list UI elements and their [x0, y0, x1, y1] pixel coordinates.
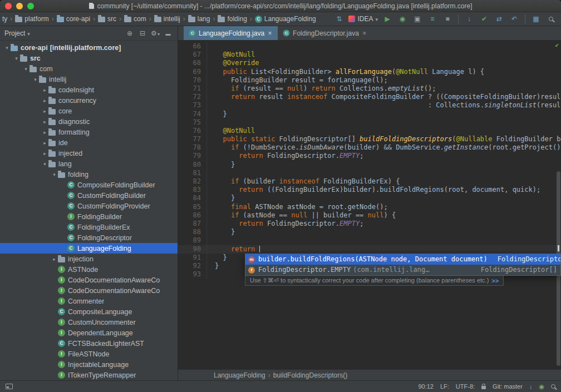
editor-breadcrumb-class[interactable]: LanguageFolding — [213, 371, 267, 379]
magnifier-icon[interactable] — [551, 384, 555, 389]
tree-item-ide[interactable]: ide — [0, 137, 178, 148]
tree-toggle-icon[interactable] — [41, 140, 48, 146]
tree-toggle-icon[interactable] — [13, 56, 20, 61]
close-icon[interactable] — [267, 29, 273, 37]
breadcrumb-LanguageFolding[interactable]: LanguageFolding — [254, 14, 317, 23]
tree-item-CodeDocumentationAwareCo[interactable]: CodeDocumentationAwareCo — [0, 275, 178, 285]
tree-toggle-icon[interactable] — [41, 119, 48, 125]
tree-item-lang[interactable]: lang — [0, 158, 178, 169]
completion-hint-link[interactable]: >> — [491, 277, 499, 284]
package-button[interactable]: ▣ — [412, 13, 423, 24]
tree-toggle-icon[interactable] — [22, 66, 29, 72]
breadcrumb-folding[interactable]: folding — [216, 14, 248, 23]
tree-toggle-icon[interactable] — [41, 151, 48, 156]
settings-gear-button[interactable] — [150, 29, 160, 37]
encoding-widget[interactable]: UTF-8: — [456, 383, 475, 390]
tree-item-FoldingDescriptor[interactable]: FoldingDescriptor — [0, 232, 178, 243]
run-button[interactable]: ▶ — [382, 13, 393, 24]
tree-item-DependentLanguage[interactable]: DependentLanguage — [0, 328, 178, 338]
breadcrumb-src[interactable]: src — [97, 14, 117, 23]
tree-item-intellij[interactable]: intellij — [0, 74, 178, 85]
tree-item-formatting[interactable]: formatting — [0, 127, 178, 137]
toolwindow-switcher-icon[interactable] — [6, 384, 13, 389]
tree-item-injected[interactable]: injected — [0, 148, 178, 158]
tree-toggle-icon[interactable] — [51, 172, 58, 177]
completion-item[interactable]: builder.buildFoldRegions(ASTNode node, D… — [245, 254, 560, 265]
search-button[interactable] — [545, 13, 557, 24]
tree-item-FoldingBuilder[interactable]: FoldingBuilder — [0, 211, 178, 222]
tree-item-LanguageFolding[interactable]: LanguageFolding — [0, 243, 178, 254]
tree-item-core-api[interactable]: core-api [intellij.platform.core] — [0, 42, 178, 53]
scroll-from-source-button[interactable] — [125, 29, 135, 37]
tree-item-diagnostic[interactable]: diagnostic — [0, 116, 178, 127]
vcs-update-button[interactable]: ↓ — [464, 13, 475, 24]
tree-item-InjectableLanguage[interactable]: InjectableLanguage — [0, 359, 178, 370]
project-panel-title[interactable]: Project — [4, 29, 25, 37]
project-tree[interactable]: core-api [intellij.platform.core]srccomi… — [0, 41, 178, 380]
tree-item-FoldingBuilderEx[interactable]: FoldingBuilderEx — [0, 222, 178, 232]
code-editor[interactable]: 6667 @NotNull68 @Override69 public List<… — [178, 41, 561, 369]
interface-icon — [58, 297, 65, 305]
title-bar[interactable]: community [~/ultimate/community] - .../p… — [0, 0, 561, 12]
breadcrumb-ty[interactable]: ty — [1, 14, 8, 23]
tree-item-CodeDocumentationAwareCo[interactable]: CodeDocumentationAwareCo — [0, 285, 178, 296]
breadcrumb-com[interactable]: com — [123, 14, 147, 23]
tree-item-ASTNode[interactable]: ASTNode — [0, 264, 178, 275]
completion-item[interactable]: FoldingDescriptor.EMPTY(com.intellij.lan… — [245, 265, 560, 275]
tree-toggle-icon[interactable] — [41, 108, 48, 114]
tree-item-CompositeFoldingBuilder[interactable]: CompositeFoldingBuilder — [0, 180, 178, 190]
tree-item-Commenter[interactable]: Commenter — [0, 296, 178, 306]
tree-item-CustomUncommenter[interactable]: CustomUncommenter — [0, 317, 178, 328]
rollback-button[interactable]: ↶ — [509, 13, 520, 24]
event-log-icon[interactable] — [539, 383, 544, 390]
sync-button[interactable]: ⇅ — [333, 13, 345, 24]
close-window-button[interactable] — [5, 3, 12, 9]
minimize-window-button[interactable] — [16, 3, 23, 9]
tree-toggle-icon[interactable] — [41, 161, 48, 167]
tree-item-ITokenTypeRemapper[interactable]: ITokenTypeRemapper — [0, 370, 178, 380]
line-separator-widget[interactable]: LF: — [440, 383, 449, 390]
breadcrumb-core-api[interactable]: core-api — [56, 14, 91, 23]
tree-toggle-icon[interactable] — [32, 77, 39, 82]
stop-button[interactable]: ■ — [442, 13, 453, 24]
breadcrumb-platform[interactable]: platform — [14, 14, 50, 23]
vcs-commit-button[interactable]: ✔ — [479, 13, 490, 24]
tree-item-FCTSBackedLighterAST[interactable]: FCTSBackedLighterAST — [0, 338, 178, 349]
tab-FoldingDescriptor.java[interactable]: FoldingDescriptor.java — [278, 26, 372, 40]
run-configuration-select[interactable]: IDEA — [348, 15, 378, 23]
breadcrumb-lang[interactable]: lang — [187, 14, 211, 23]
tree-item-src[interactable]: src — [0, 53, 178, 63]
tree-item-com[interactable]: com — [0, 63, 178, 74]
tree-item-CustomFoldingProvider[interactable]: CustomFoldingProvider — [0, 201, 178, 211]
caret-position-widget[interactable]: 90:12 — [418, 383, 434, 390]
close-icon[interactable] — [362, 29, 367, 37]
zoom-window-button[interactable] — [27, 3, 34, 9]
collapse-all-button[interactable] — [137, 29, 147, 37]
tree-item-FileASTNode[interactable]: FileASTNode — [0, 349, 178, 359]
tree-toggle-icon[interactable] — [3, 45, 11, 51]
tree-item-injection[interactable]: injection — [0, 254, 178, 264]
tab-LanguageFolding.java[interactable]: LanguageFolding.java — [184, 26, 278, 40]
toolwindows-button[interactable]: ▦ — [530, 13, 542, 24]
tree-toggle-icon[interactable] — [41, 130, 48, 135]
tree-toggle-icon[interactable] — [41, 98, 48, 103]
lock-icon[interactable] — [481, 386, 486, 389]
build-button[interactable]: ≡ — [427, 13, 438, 24]
update-icon[interactable] — [529, 383, 533, 390]
tree-item-concurrency[interactable]: concurrency — [0, 95, 178, 106]
tree-item-core[interactable]: core — [0, 106, 178, 116]
tree-item-CompositeLanguage[interactable]: CompositeLanguage — [0, 306, 178, 317]
tree-item-CustomFoldingBuilder[interactable]: CustomFoldingBuilder — [0, 190, 178, 201]
coverage-button[interactable]: ◉ — [397, 13, 408, 24]
tree-item-codeInsight[interactable]: codeInsight — [0, 85, 178, 95]
hide-panel-button[interactable] — [163, 29, 173, 37]
tree-toggle-icon[interactable] — [41, 87, 48, 93]
git-branch-widget[interactable]: Git: master — [493, 383, 523, 390]
inspections-ok-icon[interactable] — [555, 41, 559, 49]
tree-toggle-icon[interactable] — [51, 256, 58, 262]
vcs-changes-button[interactable]: ⇄ — [494, 13, 505, 24]
tree-item-folding[interactable]: folding — [0, 169, 178, 180]
breadcrumb-intellij[interactable]: intellij — [153, 14, 181, 23]
editor-breadcrumb-method[interactable]: buildFoldingDescriptors() — [272, 371, 348, 379]
chevron-down-icon[interactable] — [25, 29, 30, 37]
